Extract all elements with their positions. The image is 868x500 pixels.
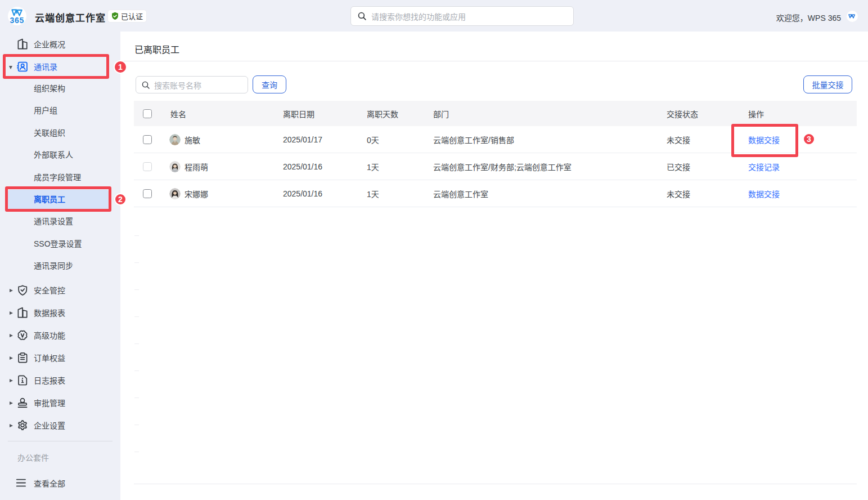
svg-text:365: 365 [10, 16, 24, 25]
